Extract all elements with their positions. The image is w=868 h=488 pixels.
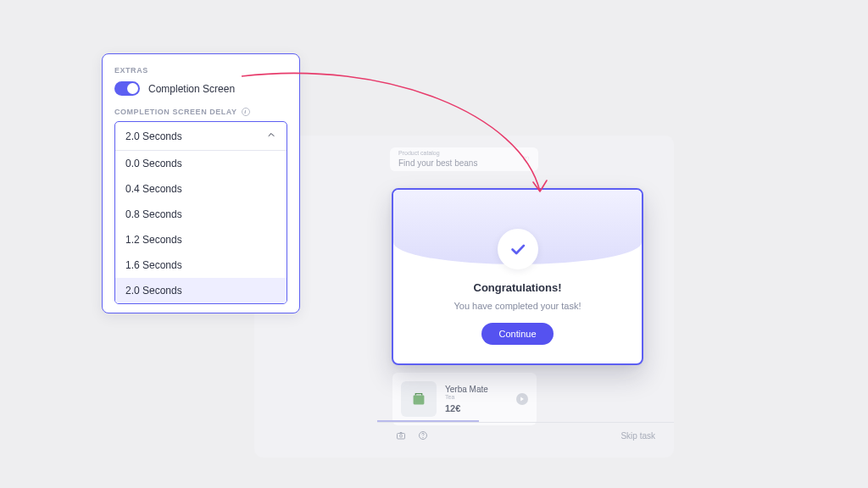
camera-icon	[396, 430, 406, 442]
preview-bottom-toolbar: Skip task	[377, 422, 674, 449]
completion-screen-toggle-row: Completion Screen	[114, 81, 287, 96]
heart-icon: ♡	[522, 155, 530, 164]
delay-select: 2.0 Seconds 0.0 Seconds0.4 Seconds0.8 Se…	[114, 121, 287, 304]
info-icon[interactable]: i	[242, 108, 250, 116]
help-icon	[418, 430, 428, 442]
delay-option[interactable]: 1.6 Seconds	[115, 252, 287, 278]
play-icon	[516, 393, 528, 405]
delay-option[interactable]: 0.4 Seconds	[115, 176, 287, 202]
completion-screen-toggle-label: Completion Screen	[148, 83, 235, 95]
completion-screen-toggle[interactable]	[114, 81, 140, 96]
completion-modal: Congratulations! You have completed your…	[392, 188, 643, 365]
delay-label-row: COMPLETION SCREEN DELAY i	[114, 108, 287, 116]
delay-select-value: 2.0 Seconds	[125, 130, 182, 142]
completion-title: Congratulations!	[474, 281, 562, 294]
svg-rect-0	[414, 395, 425, 404]
delay-option[interactable]: 0.8 Seconds	[115, 202, 287, 227]
check-icon	[509, 240, 527, 258]
chevron-up-icon	[266, 130, 276, 142]
preview-search-placeholder: Find your best beans	[398, 158, 477, 168]
svg-rect-1	[398, 433, 405, 439]
preview-product-sub: Tea	[445, 394, 488, 400]
extras-panel: EXTRAS Completion Screen COMPLETION SCRE…	[102, 53, 300, 313]
delay-option[interactable]: 1.2 Seconds	[115, 227, 287, 252]
extras-section-label: EXTRAS	[114, 66, 287, 75]
delay-label: COMPLETION SCREEN DELAY	[114, 108, 237, 116]
continue-button[interactable]: Continue	[481, 323, 553, 345]
preview-skip-task: Skip task	[620, 431, 655, 441]
preview-product-meta: Yerba Mate Tea 12€	[445, 385, 488, 413]
preview-product-card: Yerba Mate Tea 12€	[392, 373, 537, 425]
preview-product-name: Yerba Mate	[445, 385, 488, 394]
delay-option[interactable]: 0.0 Seconds	[115, 151, 287, 176]
preview-search: Product catalog Find your best beans ♡	[390, 147, 538, 171]
check-circle	[498, 229, 538, 269]
svg-point-2	[400, 435, 403, 437]
completion-subtitle: You have completed your task!	[453, 301, 581, 311]
preview-product-thumb	[401, 381, 437, 417]
preview-product-price: 12€	[445, 403, 488, 413]
preview-search-sublabel: Product catalog	[398, 150, 440, 156]
delay-option[interactable]: 2.0 Seconds	[115, 278, 287, 303]
svg-point-4	[423, 437, 424, 438]
delay-select-list: 0.0 Seconds0.4 Seconds0.8 Seconds1.2 Sec…	[115, 151, 287, 303]
delay-select-current[interactable]: 2.0 Seconds	[115, 122, 287, 151]
